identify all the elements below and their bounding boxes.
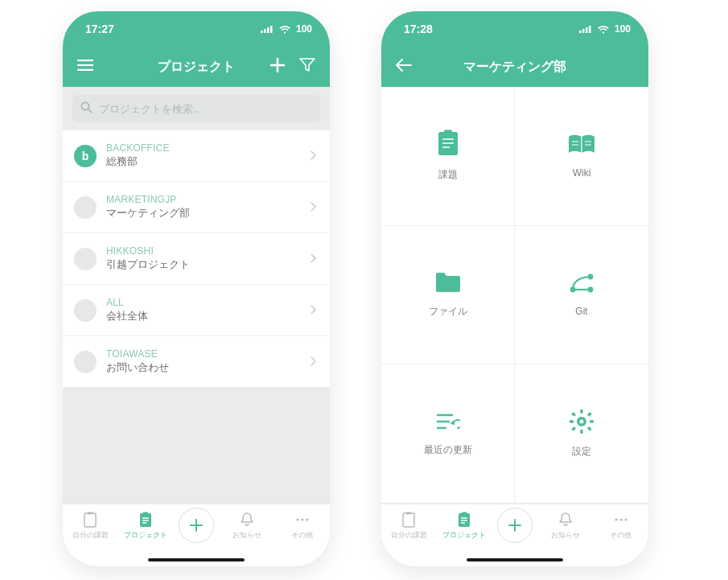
recent-icon xyxy=(436,411,460,435)
nav-header: マーケティング部 xyxy=(381,47,648,87)
page-title: プロジェクト xyxy=(158,59,235,76)
svg-rect-14 xyxy=(143,512,148,515)
search-input[interactable] xyxy=(99,103,312,115)
project-code: ALL xyxy=(106,297,301,308)
svg-point-9 xyxy=(81,102,88,109)
tab-other[interactable]: その他 xyxy=(280,511,325,541)
wifi-icon xyxy=(597,25,610,34)
svg-rect-12 xyxy=(88,512,93,515)
nav-header: プロジェクト xyxy=(63,47,330,87)
grid-label: 最近の更新 xyxy=(424,443,472,457)
list-item[interactable]: HIKKOSHI 引越プロジェクト xyxy=(63,233,330,285)
phone-project-detail: 17:28 100 マーケティング部 課題 xyxy=(381,11,648,566)
gear-icon xyxy=(570,409,594,437)
status-time: 17:27 xyxy=(85,23,114,35)
svg-rect-6 xyxy=(77,69,93,71)
chevron-right-icon xyxy=(311,200,317,215)
list-item[interactable]: TOIAWASE お問い合わせ xyxy=(63,336,330,388)
tab-label: お知らせ xyxy=(551,530,580,541)
tab-myissues[interactable]: 自分の課題 xyxy=(68,511,113,541)
svg-rect-8 xyxy=(270,64,285,67)
svg-rect-45 xyxy=(580,430,582,434)
chevron-right-icon xyxy=(311,149,317,163)
tab-notice[interactable]: お知らせ xyxy=(543,511,588,541)
phone-projects: 17:27 100 プロジェクト xyxy=(63,11,330,566)
tab-label: プロジェクト xyxy=(124,530,167,541)
grid-files[interactable]: ファイル xyxy=(381,226,515,365)
grid-settings[interactable]: 設定 xyxy=(515,364,648,504)
svg-point-22 xyxy=(306,518,308,520)
search-bar[interactable] xyxy=(72,95,320,122)
project-code: TOIAWASE xyxy=(106,348,301,360)
home-indicator xyxy=(148,558,245,561)
grid-label: 設定 xyxy=(572,445,591,459)
project-name: 会社全体 xyxy=(106,310,301,323)
svg-rect-11 xyxy=(84,513,96,527)
tab-myissues[interactable]: 自分の課題 xyxy=(386,511,431,541)
project-name: 総務部 xyxy=(106,155,301,169)
item-text: TOIAWASE お問い合わせ xyxy=(106,348,301,375)
project-name: 引越プロジェクト xyxy=(106,258,301,272)
battery-value: 100 xyxy=(296,23,312,35)
svg-rect-4 xyxy=(77,60,93,61)
grid-git[interactable]: Git xyxy=(515,226,648,365)
status-indicators: 100 xyxy=(261,23,312,35)
svg-rect-49 xyxy=(587,426,592,431)
svg-rect-50 xyxy=(587,412,592,417)
grid-wiki[interactable]: Wiki xyxy=(515,87,648,226)
svg-rect-53 xyxy=(406,512,411,515)
svg-rect-26 xyxy=(589,26,591,33)
svg-point-62 xyxy=(619,518,622,520)
svg-rect-1 xyxy=(264,29,266,33)
back-icon[interactable] xyxy=(396,59,412,75)
list-item[interactable]: b BACKOFFICE 総務部 xyxy=(63,130,330,182)
status-indicators: 100 xyxy=(579,23,631,35)
status-bar: 17:27 100 xyxy=(63,11,330,47)
tab-projects[interactable]: プロジェクト xyxy=(442,511,487,541)
add-icon[interactable] xyxy=(270,58,285,76)
svg-point-61 xyxy=(615,518,617,520)
project-code: HIKKOSHI xyxy=(106,245,301,257)
menu-icon[interactable] xyxy=(77,60,93,74)
item-text: HIKKOSHI 引越プロジェクト xyxy=(106,245,301,272)
tab-bar: 自分の課題 プロジェクト お知らせ その他 xyxy=(381,504,648,566)
tab-label: その他 xyxy=(291,530,313,541)
project-avatar xyxy=(74,248,97,270)
tab-label: お知らせ xyxy=(232,530,261,541)
project-code: MARKETINGJP xyxy=(106,194,301,205)
svg-rect-25 xyxy=(586,27,588,33)
tab-label: その他 xyxy=(610,530,631,541)
git-icon xyxy=(568,272,595,298)
project-avatar xyxy=(74,196,97,219)
svg-line-10 xyxy=(88,109,92,113)
home-indicator xyxy=(467,558,563,561)
page-title: マーケティング部 xyxy=(463,59,566,76)
tab-notice[interactable]: お知らせ xyxy=(224,511,269,541)
cellular-icon xyxy=(261,25,274,33)
issues-icon xyxy=(436,130,460,160)
grid-label: Wiki xyxy=(573,167,591,179)
list-item[interactable]: MARKETINGJP マーケティング部 xyxy=(63,182,330,233)
svg-point-63 xyxy=(624,518,627,520)
feature-grid: 課題 Wiki ファイル Git 最近の更新 xyxy=(381,87,648,504)
svg-rect-23 xyxy=(579,31,582,33)
wifi-icon xyxy=(278,25,291,34)
svg-point-21 xyxy=(301,518,303,520)
grid-recent[interactable]: 最近の更新 xyxy=(381,364,515,504)
tab-label: プロジェクト xyxy=(442,530,486,541)
project-name: マーケティング部 xyxy=(106,207,301,220)
list-item[interactable]: ALL 会社全体 xyxy=(63,285,330,336)
wiki-icon xyxy=(567,134,596,159)
svg-rect-47 xyxy=(590,420,594,422)
fab-add[interactable] xyxy=(179,508,214,543)
svg-rect-5 xyxy=(77,64,93,66)
filter-icon[interactable] xyxy=(299,58,315,76)
tab-projects[interactable]: プロジェクト xyxy=(123,511,168,541)
grid-issues[interactable]: 課題 xyxy=(381,87,515,226)
chevron-right-icon xyxy=(311,303,317,318)
fab-add[interactable] xyxy=(497,508,533,543)
chevron-right-icon xyxy=(311,355,317,369)
tab-other[interactable]: その他 xyxy=(598,511,644,541)
svg-rect-3 xyxy=(270,26,273,33)
tab-label: 自分の課題 xyxy=(391,530,427,541)
